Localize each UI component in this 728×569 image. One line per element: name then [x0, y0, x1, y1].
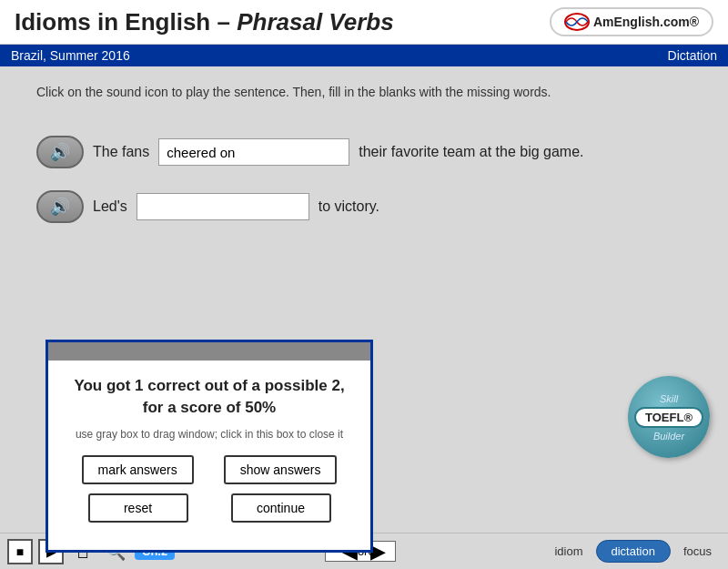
popup-buttons-row1: mark answers show answers [66, 455, 352, 484]
sentence-row-1: 🔊 The fans their favorite team at the bi… [36, 136, 692, 168]
logo: AmEnglish.com® [550, 7, 713, 36]
instructions-text: Click on the sound icon to play the sent… [36, 85, 692, 99]
location-text: Brazil, Summer 2016 [11, 48, 130, 63]
sentence2-after: to victory. [318, 198, 379, 215]
mode-text: Dictation [668, 48, 717, 63]
toefl-skill-label: Skill [660, 393, 678, 404]
toefl-inner-oval: TOEFL® [634, 407, 703, 428]
score-popup: You got 1 correct out of a possible 2,fo… [46, 340, 373, 553]
sound-button-1[interactable]: 🔊 [36, 136, 84, 168]
show-answers-button[interactable]: show answers [224, 455, 338, 484]
stop-button[interactable]: ■ [7, 539, 33, 564]
stop-icon: ■ [16, 544, 24, 559]
header: Idioms in English – Phrasal Verbs AmEngl… [0, 0, 728, 45]
dictation-tab[interactable]: dictation [596, 540, 671, 563]
score-result-text: You got 1 correct out of a possible 2,fo… [66, 375, 352, 419]
popup-drag-header[interactable] [48, 342, 370, 361]
logo-flag-icon [564, 13, 590, 31]
page-title: Idioms in English – Phrasal Verbs [15, 8, 394, 36]
main-content: Click on the sound icon to play the sent… [0, 66, 728, 513]
reset-button[interactable]: reset [88, 493, 188, 523]
title-plain: Idioms in English – [15, 8, 230, 36]
sound-button-2[interactable]: 🔊 [36, 190, 84, 223]
popup-hint-text: use gray box to drag window; click in th… [66, 428, 352, 441]
idiom-tab[interactable]: idiom [545, 542, 592, 561]
continue-button[interactable]: continue [231, 493, 331, 523]
speaker-icon-1: 🔊 [50, 142, 70, 162]
speaker-icon-2: 🔊 [50, 197, 70, 217]
subheader: Brazil, Summer 2016 Dictation [0, 45, 728, 66]
sentence1-before: The fans [93, 144, 149, 160]
sentence1-input[interactable] [158, 138, 349, 166]
title-bold: Phrasal Verbs [237, 8, 393, 36]
mark-answers-button[interactable]: mark answers [82, 455, 194, 484]
sentence2-input[interactable] [136, 193, 309, 220]
sentence2-before: Led's [93, 198, 127, 215]
mode-tabs: idiom dictation focus [545, 540, 721, 563]
toefl-outer-circle: Skill TOEFL® Builder [628, 376, 710, 458]
toefl-text: TOEFL® [645, 411, 693, 424]
sentence1-after: their favorite team at the big game. [359, 144, 583, 160]
popup-buttons-row2: reset continue [66, 493, 352, 523]
logo-text: AmEnglish.com® [593, 15, 699, 29]
focus-tab[interactable]: focus [674, 542, 721, 561]
toefl-builder-label: Builder [653, 431, 684, 442]
toefl-badge: Skill TOEFL® Builder [628, 376, 710, 458]
sentence-row-2: 🔊 Led's to victory. [36, 190, 692, 223]
popup-body[interactable]: You got 1 correct out of a possible 2,fo… [48, 361, 370, 550]
